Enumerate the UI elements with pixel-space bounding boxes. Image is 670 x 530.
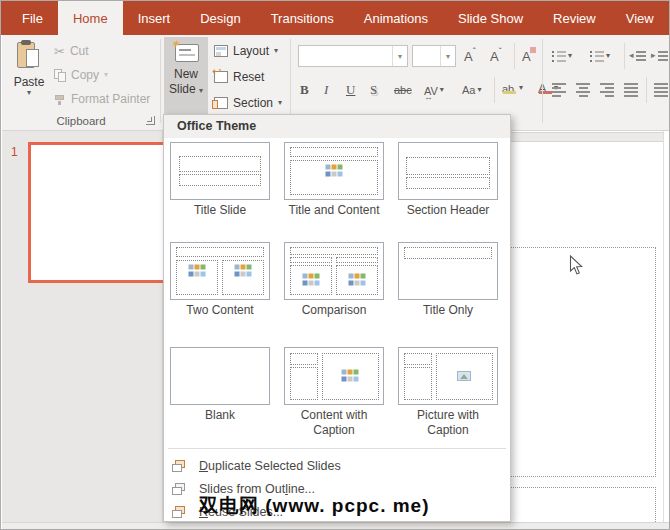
- layout-button[interactable]: Layout ▾: [214, 41, 278, 61]
- menu-separator: [168, 448, 506, 449]
- reset-label: Reset: [233, 70, 264, 84]
- reuse-slides-icon: [172, 506, 187, 519]
- format-painter-button[interactable]: Format Painter: [54, 89, 150, 109]
- align-center-icon: [576, 81, 590, 99]
- text-shadow-button[interactable]: S: [370, 79, 377, 101]
- character-spacing-button[interactable]: AV↔ ▾: [424, 79, 444, 101]
- new-slide-label: New Slide ▾: [164, 67, 208, 97]
- layout-title-only-thumb: [398, 242, 498, 300]
- font-name-combo[interactable]: ▾: [298, 45, 408, 67]
- tab-home[interactable]: Home: [58, 1, 123, 35]
- tab-transitions[interactable]: Transitions: [256, 1, 349, 35]
- slides-from-outline-icon: [172, 483, 187, 496]
- layout-section-header[interactable]: Section Header: [396, 142, 500, 218]
- slide-1-thumbnail[interactable]: [28, 142, 168, 283]
- layout-title-only[interactable]: Title Only: [396, 242, 500, 318]
- increase-indent-icon: [652, 49, 668, 63]
- copy-button[interactable]: Copy ▾: [54, 65, 108, 85]
- layout-picture-with-caption-thumb: [398, 347, 498, 405]
- text-highlight-button[interactable]: ab ▾: [502, 77, 523, 99]
- italic-button[interactable]: I: [324, 79, 328, 101]
- tab-animations[interactable]: Animations: [349, 1, 443, 35]
- tab-design[interactable]: Design: [185, 1, 255, 35]
- paste-button[interactable]: Paste ▾: [8, 38, 50, 126]
- font-size-caret-icon[interactable]: ▾: [440, 46, 455, 66]
- mouse-cursor-icon: [569, 255, 583, 280]
- layout-comparison[interactable]: Comparison: [282, 242, 386, 318]
- layout-picture-with-caption[interactable]: Picture with Caption: [396, 347, 500, 438]
- justify-button[interactable]: [624, 79, 638, 101]
- format-painter-label: Format Painter: [71, 92, 150, 106]
- bold-button[interactable]: B: [300, 79, 309, 101]
- layout-label: Layout: [233, 44, 269, 58]
- layout-content-with-caption[interactable]: Content with Caption: [282, 347, 386, 438]
- new-slide-caret-icon: ▾: [199, 86, 203, 95]
- underline-button[interactable]: U: [346, 79, 355, 101]
- format-painter-brush-icon: [54, 93, 66, 105]
- columns-button[interactable]: [654, 79, 668, 101]
- change-case-caret-icon: ▾: [477, 86, 481, 94]
- layout-blank[interactable]: Blank: [168, 347, 272, 423]
- content-icons-cluster: [340, 370, 361, 383]
- picture-icon: [457, 371, 471, 381]
- grow-font-button[interactable]: Aˆ: [464, 45, 476, 67]
- bullets-button[interactable]: ▾: [552, 45, 572, 67]
- tab-file[interactable]: File: [7, 1, 58, 35]
- copy-label: Copy: [71, 68, 99, 82]
- decrease-indent-icon: [630, 49, 646, 63]
- tab-view[interactable]: View: [611, 1, 669, 35]
- watermark-text: 双电网 (www. pcpc. me): [199, 493, 430, 519]
- align-center-button[interactable]: [576, 79, 590, 101]
- layout-comparison-thumb: [284, 242, 384, 300]
- bullets-caret-icon: ▾: [568, 52, 572, 60]
- paste-dropdown-caret-icon[interactable]: ▾: [8, 89, 50, 97]
- paste-label: Paste: [8, 75, 50, 89]
- font-size-combo[interactable]: ▾: [412, 45, 456, 67]
- clear-formatting-button[interactable]: A: [522, 45, 531, 67]
- clipboard-group-label: Clipboard: [2, 115, 160, 127]
- window-right-edge: [663, 131, 669, 522]
- cut-label: Cut: [70, 44, 89, 58]
- font-name-caret-icon[interactable]: ▾: [392, 46, 407, 66]
- tab-slide-show[interactable]: Slide Show: [443, 1, 538, 35]
- layout-two-content[interactable]: Two Content: [168, 242, 272, 318]
- tab-insert[interactable]: Insert: [123, 1, 186, 35]
- align-left-icon: [552, 81, 566, 99]
- change-case-button[interactable]: Aa▾: [462, 79, 481, 101]
- scissors-icon: ✂: [54, 44, 65, 59]
- numbering-caret-icon: ▾: [606, 52, 610, 60]
- decrease-indent-button[interactable]: [630, 45, 646, 67]
- spacing-arrows-icon: ↔: [424, 92, 433, 102]
- paste-clipboard-icon: [17, 40, 41, 70]
- highlight-color-bar-icon: [503, 91, 516, 94]
- ribbon-tab-bar: File Home Insert Design Transitions Anim…: [1, 1, 669, 35]
- char-spacing-caret-icon: ▾: [440, 86, 444, 94]
- align-right-button[interactable]: [600, 79, 614, 101]
- content-icons-cluster: [301, 274, 322, 287]
- new-slide-button[interactable]: ✶ New Slide ▾: [164, 37, 208, 114]
- layout-title-and-content[interactable]: Title and Content: [282, 142, 386, 218]
- numbering-button[interactable]: ▾: [590, 45, 610, 67]
- clipboard-dialog-launcher-icon[interactable]: [146, 116, 155, 125]
- copy-icon: [54, 69, 66, 82]
- layout-caret-icon: ▾: [274, 47, 278, 55]
- shrink-font-button[interactable]: Aˇ: [490, 45, 502, 67]
- layout-title-slide[interactable]: Title Slide: [168, 142, 272, 218]
- reset-icon: [214, 71, 228, 83]
- tab-review[interactable]: Review: [538, 1, 611, 35]
- strikethrough-button[interactable]: abc: [394, 79, 412, 101]
- menu-item-duplicate-selected-slides[interactable]: Duplicate Selected Slides: [164, 455, 510, 477]
- numbering-icon: [590, 48, 604, 64]
- layout-section-header-thumb: [398, 142, 498, 200]
- justify-icon: [624, 81, 638, 99]
- status-bar: [2, 522, 670, 530]
- layout-two-content-thumb: [170, 242, 270, 300]
- cut-button[interactable]: ✂ Cut: [54, 41, 89, 61]
- reset-button[interactable]: Reset: [214, 67, 264, 87]
- new-slide-icon: ✶: [172, 41, 200, 63]
- content-icons-cluster: [324, 165, 345, 178]
- align-left-button[interactable]: [552, 79, 566, 101]
- content-icons-cluster: [347, 274, 368, 287]
- increase-indent-button[interactable]: [652, 45, 668, 67]
- section-button[interactable]: Section ▾: [214, 93, 282, 113]
